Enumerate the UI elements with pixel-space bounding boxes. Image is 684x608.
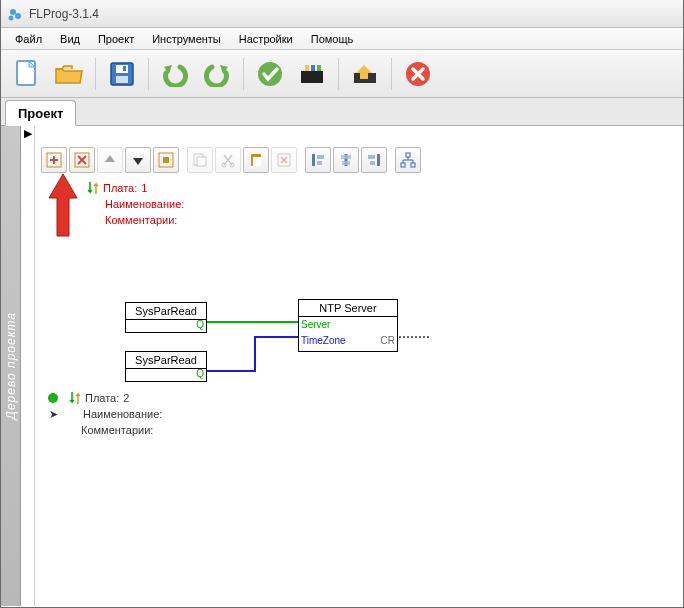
align-center-button[interactable] bbox=[333, 147, 359, 173]
align-left-button[interactable] bbox=[305, 147, 331, 173]
sort-icon bbox=[87, 180, 99, 196]
new-button[interactable] bbox=[9, 56, 45, 92]
compile-button[interactable] bbox=[294, 56, 330, 92]
toolbar-separator bbox=[391, 58, 392, 90]
close-button[interactable] bbox=[400, 56, 436, 92]
svg-rect-34 bbox=[370, 161, 375, 165]
delete-button[interactable] bbox=[271, 147, 297, 173]
block-ntp-server[interactable]: NTP Server Server TimeZone CR bbox=[298, 299, 398, 352]
menu-tools[interactable]: Инструменты bbox=[144, 31, 229, 47]
svg-rect-20 bbox=[197, 157, 206, 166]
svg-point-38 bbox=[48, 393, 58, 403]
svg-rect-9 bbox=[301, 71, 323, 83]
svg-rect-32 bbox=[377, 154, 380, 166]
toolbar-separator bbox=[95, 58, 96, 90]
check-button[interactable] bbox=[252, 56, 288, 92]
open-button[interactable] bbox=[51, 56, 87, 92]
hierarchy-button[interactable] bbox=[395, 147, 421, 173]
save-button[interactable] bbox=[104, 56, 140, 92]
pin-q[interactable]: Q bbox=[196, 368, 204, 379]
menu-settings[interactable]: Настройки bbox=[231, 31, 301, 47]
pin-q[interactable]: Q bbox=[196, 319, 204, 330]
menu-view[interactable]: Вид bbox=[52, 31, 88, 47]
toolbar-separator bbox=[148, 58, 149, 90]
board2-info: Плата: 2 ➤ Наименование: Комментарии: bbox=[47, 390, 162, 438]
expand-marker-icon[interactable]: ▶ bbox=[21, 128, 34, 139]
menu-project[interactable]: Проект bbox=[90, 31, 142, 47]
board2-plate-label: Плата: bbox=[85, 390, 119, 406]
svg-rect-31 bbox=[342, 161, 350, 165]
svg-point-8 bbox=[258, 62, 282, 86]
gutter: ▶ bbox=[21, 126, 35, 606]
svg-point-2 bbox=[9, 15, 14, 20]
board2-name-label: Наименование: bbox=[83, 406, 162, 422]
svg-rect-35 bbox=[406, 153, 410, 157]
svg-rect-24 bbox=[253, 157, 261, 166]
svg-rect-10 bbox=[305, 65, 309, 71]
board2-plate-num: 2 bbox=[123, 390, 129, 406]
svg-rect-12 bbox=[317, 65, 321, 71]
board1-info: Плата: 1 Наименование: Комментарии: bbox=[87, 180, 184, 228]
move-up-button[interactable] bbox=[97, 147, 123, 173]
block-title: SysParRead bbox=[126, 352, 206, 369]
main-toolbar bbox=[1, 50, 683, 98]
svg-rect-5 bbox=[116, 65, 128, 73]
cut-button[interactable] bbox=[215, 147, 241, 173]
block-title: SysParRead bbox=[126, 303, 206, 320]
block-title: NTP Server bbox=[299, 300, 397, 317]
board2-comment-label: Комментарии: bbox=[81, 422, 153, 438]
toolbar-separator bbox=[338, 58, 339, 90]
svg-rect-6 bbox=[116, 76, 128, 83]
svg-point-1 bbox=[15, 13, 21, 19]
cursor-icon: ➤ bbox=[47, 406, 59, 422]
tab-strip: Проект bbox=[1, 98, 683, 126]
titlebar: FLProg-3.1.4 bbox=[1, 0, 683, 28]
undo-button[interactable] bbox=[157, 56, 193, 92]
sort-icon bbox=[69, 390, 81, 406]
tab-project[interactable]: Проект bbox=[5, 100, 76, 126]
paste-button[interactable] bbox=[243, 147, 269, 173]
svg-rect-7 bbox=[123, 66, 126, 71]
sidebar-label: Дерево проекта bbox=[4, 312, 18, 420]
svg-rect-27 bbox=[317, 155, 324, 159]
svg-rect-33 bbox=[368, 155, 375, 159]
window-title: FLProg-3.1.4 bbox=[29, 7, 99, 21]
svg-rect-18 bbox=[163, 157, 169, 163]
block-sysparread-1[interactable]: SysParRead Q bbox=[125, 302, 207, 333]
workspace: Дерево проекта ▶ bbox=[1, 126, 683, 606]
pin-cr[interactable]: CR bbox=[381, 335, 395, 346]
board1-plate-label: Плата: bbox=[103, 180, 137, 196]
app-icon bbox=[7, 6, 23, 22]
menubar: Файл Вид Проект Инструменты Настройки По… bbox=[1, 28, 683, 50]
project-tree-sidebar[interactable]: Дерево проекта bbox=[1, 126, 21, 606]
upload-button[interactable] bbox=[347, 56, 383, 92]
copy-button[interactable] bbox=[187, 147, 213, 173]
align-right-button[interactable] bbox=[361, 147, 387, 173]
toolbar-separator bbox=[243, 58, 244, 90]
pin-server[interactable]: Server bbox=[301, 319, 330, 330]
svg-rect-36 bbox=[401, 163, 405, 167]
redo-button[interactable] bbox=[199, 56, 235, 92]
menu-file[interactable]: Файл bbox=[7, 31, 50, 47]
app-window: FLProg-3.1.4 Файл Вид Проект Инструменты… bbox=[0, 0, 684, 608]
board1-comment-label: Комментарии: bbox=[105, 212, 177, 228]
edit-board-button[interactable] bbox=[153, 147, 179, 173]
status-dot-icon bbox=[47, 392, 59, 404]
menu-help[interactable]: Помощь bbox=[303, 31, 362, 47]
board1-name-label: Наименование: bbox=[105, 196, 184, 212]
svg-rect-28 bbox=[317, 161, 322, 165]
board1-plate-num: 1 bbox=[141, 180, 147, 196]
canvas[interactable]: Плата: 1 Наименование: Комментарии: bbox=[35, 126, 683, 606]
pin-timezone[interactable]: TimeZone bbox=[301, 335, 346, 346]
svg-rect-26 bbox=[312, 154, 315, 166]
move-down-button[interactable] bbox=[125, 147, 151, 173]
svg-rect-37 bbox=[411, 163, 415, 167]
svg-rect-11 bbox=[311, 65, 315, 71]
svg-rect-30 bbox=[341, 155, 351, 159]
annotation-arrow-icon bbox=[45, 170, 81, 240]
block-sysparread-2[interactable]: SysParRead Q bbox=[125, 351, 207, 382]
canvas-toolbar bbox=[41, 146, 423, 174]
svg-point-0 bbox=[10, 9, 16, 15]
